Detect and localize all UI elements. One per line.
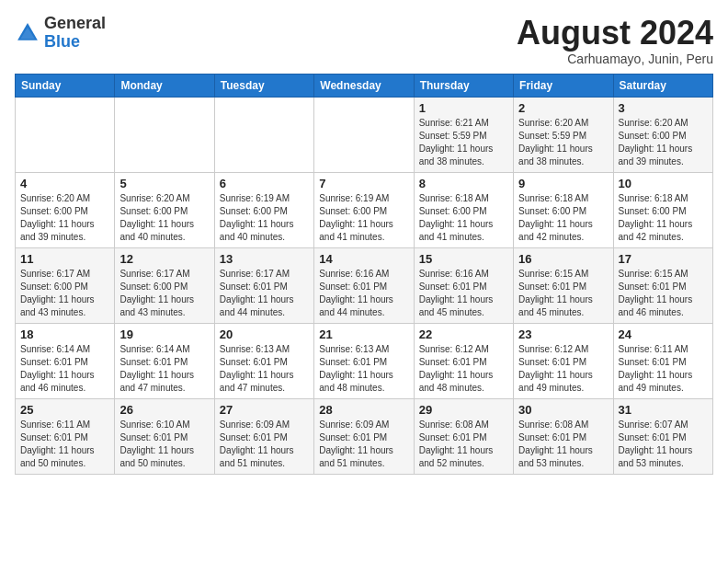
- day-info: Sunrise: 6:17 AM Sunset: 6:00 PM Dayligh…: [20, 268, 109, 319]
- calendar-cell: 29Sunrise: 6:08 AM Sunset: 6:01 PM Dayli…: [414, 398, 513, 474]
- header-day-monday: Monday: [115, 74, 214, 97]
- calendar-cell: 4Sunrise: 6:20 AM Sunset: 6:00 PM Daylig…: [16, 172, 115, 247]
- day-number: 2: [518, 101, 608, 115]
- day-number: 29: [419, 403, 508, 417]
- day-info: Sunrise: 6:20 AM Sunset: 6:00 PM Dayligh…: [619, 117, 708, 168]
- day-number: 9: [518, 177, 608, 190]
- calendar-cell: 19Sunrise: 6:14 AM Sunset: 6:01 PM Dayli…: [115, 323, 214, 398]
- day-info: Sunrise: 6:12 AM Sunset: 6:01 PM Dayligh…: [419, 343, 508, 395]
- day-info: Sunrise: 6:18 AM Sunset: 6:00 PM Dayligh…: [619, 192, 708, 244]
- calendar-cell: 10Sunrise: 6:18 AM Sunset: 6:00 PM Dayli…: [613, 172, 712, 247]
- day-number: 10: [619, 177, 708, 190]
- day-info: Sunrise: 6:21 AM Sunset: 5:59 PM Dayligh…: [419, 117, 508, 168]
- day-info: Sunrise: 6:11 AM Sunset: 6:01 PM Dayligh…: [20, 419, 109, 470]
- calendar-cell: 15Sunrise: 6:16 AM Sunset: 6:01 PM Dayli…: [414, 247, 513, 323]
- calendar-cell: 5Sunrise: 6:20 AM Sunset: 6:00 PM Daylig…: [115, 172, 214, 247]
- calendar-cell: 8Sunrise: 6:18 AM Sunset: 6:00 PM Daylig…: [414, 172, 513, 247]
- calendar-cell: 1Sunrise: 6:21 AM Sunset: 5:59 PM Daylig…: [414, 97, 513, 172]
- day-info: Sunrise: 6:20 AM Sunset: 6:00 PM Dayligh…: [20, 192, 109, 244]
- day-info: Sunrise: 6:17 AM Sunset: 6:01 PM Dayligh…: [220, 268, 309, 319]
- day-info: Sunrise: 6:10 AM Sunset: 6:01 PM Dayligh…: [119, 419, 209, 470]
- day-number: 30: [518, 403, 608, 417]
- day-info: Sunrise: 6:20 AM Sunset: 6:00 PM Dayligh…: [119, 192, 209, 244]
- header-day-friday: Friday: [514, 74, 613, 97]
- day-number: 1: [419, 101, 508, 115]
- day-info: Sunrise: 6:08 AM Sunset: 6:01 PM Dayligh…: [419, 419, 508, 470]
- title-block: August 2024 Carhuamayo, Junin, Peru: [517, 15, 713, 66]
- header-row: SundayMondayTuesdayWednesdayThursdayFrid…: [16, 74, 713, 97]
- logo-text: General Blue: [44, 15, 106, 52]
- day-info: Sunrise: 6:17 AM Sunset: 6:00 PM Dayligh…: [119, 268, 209, 319]
- day-number: 15: [419, 252, 508, 266]
- day-number: 19: [119, 327, 209, 341]
- calendar-cell: 3Sunrise: 6:20 AM Sunset: 6:00 PM Daylig…: [613, 97, 712, 172]
- day-number: 16: [518, 252, 608, 266]
- calendar-cell: 28Sunrise: 6:09 AM Sunset: 6:01 PM Dayli…: [314, 398, 414, 474]
- calendar-cell: 27Sunrise: 6:09 AM Sunset: 6:01 PM Dayli…: [214, 398, 313, 474]
- calendar-cell: [214, 97, 313, 172]
- calendar-cell: 24Sunrise: 6:11 AM Sunset: 6:01 PM Dayli…: [613, 323, 712, 398]
- day-number: 14: [319, 252, 408, 266]
- day-info: Sunrise: 6:19 AM Sunset: 6:00 PM Dayligh…: [319, 192, 408, 244]
- day-number: 18: [20, 327, 109, 341]
- calendar-cell: 11Sunrise: 6:17 AM Sunset: 6:00 PM Dayli…: [16, 247, 115, 323]
- calendar-cell: [115, 97, 214, 172]
- header-day-sunday: Sunday: [16, 74, 115, 97]
- location-subtitle: Carhuamayo, Junin, Peru: [517, 52, 713, 66]
- day-number: 26: [119, 403, 209, 417]
- day-number: 22: [419, 327, 508, 341]
- day-info: Sunrise: 6:12 AM Sunset: 6:01 PM Dayligh…: [518, 343, 608, 395]
- week-row-1: 1Sunrise: 6:21 AM Sunset: 5:59 PM Daylig…: [16, 97, 713, 172]
- calendar-cell: 18Sunrise: 6:14 AM Sunset: 6:01 PM Dayli…: [16, 323, 115, 398]
- calendar-cell: 30Sunrise: 6:08 AM Sunset: 6:01 PM Dayli…: [514, 398, 613, 474]
- calendar-cell: [16, 97, 115, 172]
- day-number: 31: [619, 403, 708, 417]
- day-number: 7: [319, 177, 408, 190]
- day-number: 13: [220, 252, 309, 266]
- day-info: Sunrise: 6:19 AM Sunset: 6:00 PM Dayligh…: [220, 192, 309, 244]
- day-number: 27: [220, 403, 309, 417]
- day-info: Sunrise: 6:14 AM Sunset: 6:01 PM Dayligh…: [20, 343, 109, 395]
- day-info: Sunrise: 6:15 AM Sunset: 6:01 PM Dayligh…: [619, 268, 708, 319]
- day-info: Sunrise: 6:09 AM Sunset: 6:01 PM Dayligh…: [319, 419, 408, 470]
- calendar-cell: [314, 97, 414, 172]
- day-number: 21: [319, 327, 408, 341]
- logo-general: General: [44, 14, 106, 32]
- day-info: Sunrise: 6:16 AM Sunset: 6:01 PM Dayligh…: [419, 268, 508, 319]
- calendar-cell: 25Sunrise: 6:11 AM Sunset: 6:01 PM Dayli…: [16, 398, 115, 474]
- calendar-cell: 14Sunrise: 6:16 AM Sunset: 6:01 PM Dayli…: [314, 247, 414, 323]
- day-number: 23: [518, 327, 608, 341]
- calendar-cell: 2Sunrise: 6:20 AM Sunset: 5:59 PM Daylig…: [514, 97, 613, 172]
- calendar-cell: 23Sunrise: 6:12 AM Sunset: 6:01 PM Dayli…: [514, 323, 613, 398]
- logo-blue: Blue: [44, 32, 80, 51]
- day-info: Sunrise: 6:13 AM Sunset: 6:01 PM Dayligh…: [319, 343, 408, 395]
- day-number: 3: [619, 101, 708, 115]
- day-number: 17: [619, 252, 708, 266]
- day-info: Sunrise: 6:13 AM Sunset: 6:01 PM Dayligh…: [220, 343, 309, 395]
- calendar-cell: 17Sunrise: 6:15 AM Sunset: 6:01 PM Dayli…: [613, 247, 712, 323]
- header-day-tuesday: Tuesday: [214, 74, 313, 97]
- day-info: Sunrise: 6:09 AM Sunset: 6:01 PM Dayligh…: [220, 419, 309, 470]
- calendar-cell: 16Sunrise: 6:15 AM Sunset: 6:01 PM Dayli…: [514, 247, 613, 323]
- logo: General Blue: [15, 15, 106, 52]
- day-number: 28: [319, 403, 408, 417]
- calendar-header: SundayMondayTuesdayWednesdayThursdayFrid…: [16, 74, 713, 97]
- day-number: 5: [119, 177, 209, 190]
- day-info: Sunrise: 6:08 AM Sunset: 6:01 PM Dayligh…: [518, 419, 608, 470]
- day-info: Sunrise: 6:18 AM Sunset: 6:00 PM Dayligh…: [518, 192, 608, 244]
- day-number: 24: [619, 327, 708, 341]
- calendar-cell: 26Sunrise: 6:10 AM Sunset: 6:01 PM Dayli…: [115, 398, 214, 474]
- day-number: 6: [220, 177, 309, 190]
- logo-icon: [15, 20, 40, 46]
- calendar-cell: 21Sunrise: 6:13 AM Sunset: 6:01 PM Dayli…: [314, 323, 414, 398]
- day-info: Sunrise: 6:18 AM Sunset: 6:00 PM Dayligh…: [419, 192, 508, 244]
- day-info: Sunrise: 6:15 AM Sunset: 6:01 PM Dayligh…: [518, 268, 608, 319]
- calendar-cell: 12Sunrise: 6:17 AM Sunset: 6:00 PM Dayli…: [115, 247, 214, 323]
- calendar-cell: 6Sunrise: 6:19 AM Sunset: 6:00 PM Daylig…: [214, 172, 313, 247]
- calendar-table: SundayMondayTuesdayWednesdayThursdayFrid…: [15, 74, 713, 475]
- week-row-5: 25Sunrise: 6:11 AM Sunset: 6:01 PM Dayli…: [16, 398, 713, 474]
- day-number: 8: [419, 177, 508, 190]
- day-number: 4: [20, 177, 109, 190]
- week-row-2: 4Sunrise: 6:20 AM Sunset: 6:00 PM Daylig…: [16, 172, 713, 247]
- calendar-cell: 22Sunrise: 6:12 AM Sunset: 6:01 PM Dayli…: [414, 323, 513, 398]
